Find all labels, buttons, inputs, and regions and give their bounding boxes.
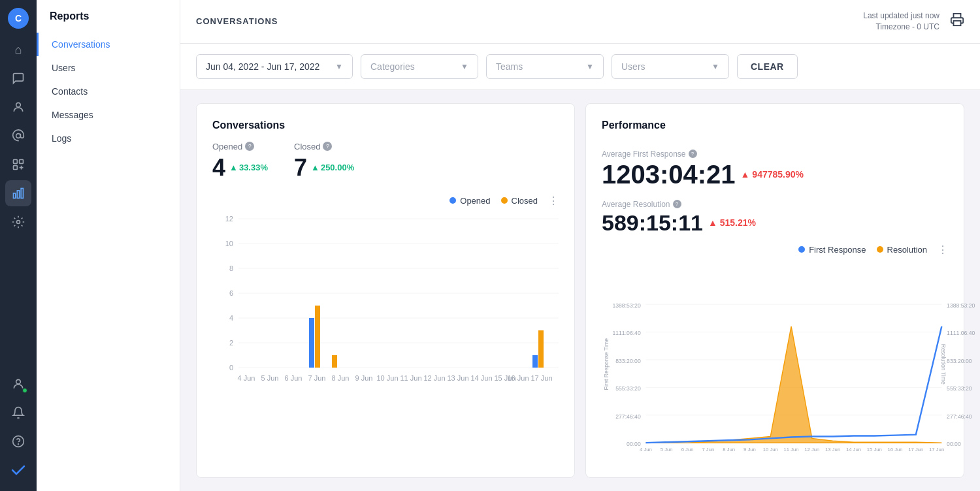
chart-more-icon[interactable]: ⋮ xyxy=(548,195,559,207)
nav-contacts[interactable]: Contacts xyxy=(37,80,180,103)
first-response-legend: First Response xyxy=(798,245,866,255)
svg-text:Resolution Time: Resolution Time xyxy=(940,343,947,384)
conversations-metrics: Opened ? 4 ▲ 33.33% Closed ? 7 ▲ xyxy=(212,142,559,182)
svg-rect-12 xyxy=(954,21,961,25)
nav-logs[interactable]: Logs xyxy=(37,127,180,150)
categories-filter[interactable]: Categories ▼ xyxy=(361,54,478,79)
closed-metric: Closed ? 7 ▲ 250.00% xyxy=(294,142,354,182)
print-icon[interactable] xyxy=(950,12,964,30)
svg-rect-31 xyxy=(538,330,544,368)
svg-text:11 Jun: 11 Jun xyxy=(784,446,799,452)
nav-conversations[interactable]: Conversations xyxy=(37,33,180,56)
users-value: Users xyxy=(621,61,645,72)
svg-text:1388:53:20: 1388:53:20 xyxy=(947,302,975,309)
svg-text:10: 10 xyxy=(225,240,233,247)
contacts-icon[interactable] xyxy=(5,94,31,120)
bar-chart-container: 0 2 4 6 8 10 12 xyxy=(212,212,559,462)
resolution-legend-label: Resolution xyxy=(887,245,927,255)
brand-icon xyxy=(5,457,31,483)
help-icon[interactable] xyxy=(5,428,31,454)
users-filter[interactable]: Users ▼ xyxy=(612,54,729,79)
svg-text:12: 12 xyxy=(225,215,233,223)
nav-messages[interactable]: Messages xyxy=(37,103,180,127)
svg-text:833:20:00: 833:20:00 xyxy=(615,357,641,364)
avg-first-response-value: 1203:04:21 ▲ 947785.90% xyxy=(602,160,948,189)
teams-filter[interactable]: Teams ▼ xyxy=(486,54,604,79)
first-response-help-icon: ? xyxy=(689,150,697,158)
svg-text:17 Jun: 17 Jun xyxy=(929,446,944,452)
svg-text:4 Jun: 4 Jun xyxy=(640,446,652,452)
reports-icon[interactable] xyxy=(5,180,31,206)
opened-label: Opened ? xyxy=(212,142,268,151)
opened-metric: Opened ? 4 ▲ 33.33% xyxy=(212,142,268,182)
opened-legend-label: Opened xyxy=(460,196,490,206)
svg-point-11 xyxy=(18,444,19,445)
categories-chevron-icon: ▼ xyxy=(461,62,468,71)
resolution-change: ▲ 515.21% xyxy=(708,217,756,228)
opened-value: 4 ▲ 33.33% xyxy=(212,154,268,182)
perf-chart-more-icon[interactable]: ⋮ xyxy=(938,244,948,256)
svg-rect-29 xyxy=(332,355,337,368)
closed-legend-label: Closed xyxy=(512,196,538,206)
svg-text:1111:06:40: 1111:06:40 xyxy=(947,330,975,336)
svg-text:14 Jun: 14 Jun xyxy=(846,446,861,452)
date-range-filter[interactable]: Jun 04, 2022 - Jun 17, 2022 ▼ xyxy=(196,54,353,79)
svg-text:7 Jun: 7 Jun xyxy=(702,446,714,452)
categories-value: Categories xyxy=(370,61,415,72)
svg-text:5 Jun: 5 Jun xyxy=(261,374,279,382)
closed-legend-dot xyxy=(501,197,508,204)
closed-value: 7 ▲ 250.00% xyxy=(294,154,354,182)
settings-icon[interactable] xyxy=(5,209,31,235)
svg-text:17 Jun: 17 Jun xyxy=(531,374,552,382)
svg-text:7 Jun: 7 Jun xyxy=(308,374,326,382)
header: CONVERSATIONS Last updated just now Time… xyxy=(180,0,980,44)
opened-change: ▲ 33.33% xyxy=(229,163,268,172)
flow-icon[interactable] xyxy=(5,151,31,178)
svg-rect-30 xyxy=(532,355,538,368)
nav-sidebar: Reports Conversations Users Contacts Mes… xyxy=(37,0,180,491)
avg-resolution-label: Average Resolution ? xyxy=(602,200,948,209)
svg-rect-6 xyxy=(17,191,19,198)
teams-value: Teams xyxy=(496,61,523,72)
avg-resolution-section: Average Resolution ? 589:15:11 ▲ 515.21% xyxy=(602,200,948,238)
svg-text:4 Jun: 4 Jun xyxy=(238,374,255,382)
line-chart-container: 00:00 277:46:40 555:33:20 833:20:00 1111… xyxy=(602,266,948,462)
mentions-icon[interactable] xyxy=(5,123,31,149)
svg-rect-5 xyxy=(14,193,16,198)
svg-rect-2 xyxy=(14,160,18,164)
last-updated: Last updated just now Timezone - 0 UTC xyxy=(863,10,939,33)
svg-rect-28 xyxy=(315,306,320,368)
user-bottom-icon[interactable] xyxy=(5,371,31,397)
avatar: C xyxy=(8,8,29,29)
content-area: Conversations Opened ? 4 ▲ 33.33% Closed xyxy=(180,90,980,491)
svg-text:6: 6 xyxy=(229,289,233,297)
resolution-legend-dot xyxy=(877,246,883,253)
svg-text:8: 8 xyxy=(229,264,233,272)
closed-legend: Closed xyxy=(501,196,538,206)
clear-button[interactable]: CLEAR xyxy=(737,54,798,79)
nav-users[interactable]: Users xyxy=(37,56,180,80)
svg-text:833:20:00: 833:20:00 xyxy=(947,357,972,364)
resolution-legend: Resolution xyxy=(877,245,927,255)
svg-point-8 xyxy=(17,221,20,224)
chat-icon[interactable] xyxy=(5,65,31,91)
bar-chart: 0 2 4 6 8 10 12 xyxy=(212,212,559,388)
conversations-card: Conversations Opened ? 4 ▲ 33.33% Closed xyxy=(196,103,575,478)
opened-legend: Opened xyxy=(449,196,490,206)
svg-point-9 xyxy=(16,379,21,384)
svg-rect-3 xyxy=(20,160,24,164)
svg-rect-7 xyxy=(21,189,23,198)
svg-text:8 Jun: 8 Jun xyxy=(332,374,350,382)
last-updated-line1: Last updated just now xyxy=(863,10,939,22)
home-icon[interactable]: ⌂ xyxy=(5,37,31,63)
performance-card-title: Performance xyxy=(602,119,948,131)
svg-text:13 Jun: 13 Jun xyxy=(447,374,468,382)
resolution-help-icon: ? xyxy=(673,200,681,208)
notifications-icon[interactable] xyxy=(5,400,31,426)
svg-text:277:46:40: 277:46:40 xyxy=(947,413,972,419)
svg-text:5 Jun: 5 Jun xyxy=(661,446,673,452)
svg-text:1388:53:20: 1388:53:20 xyxy=(612,302,641,309)
performance-card: Performance Average First Response ? 120… xyxy=(585,103,964,478)
page-title: CONVERSATIONS xyxy=(196,16,278,26)
bar-chart-legend: Opened Closed ⋮ xyxy=(212,195,559,207)
